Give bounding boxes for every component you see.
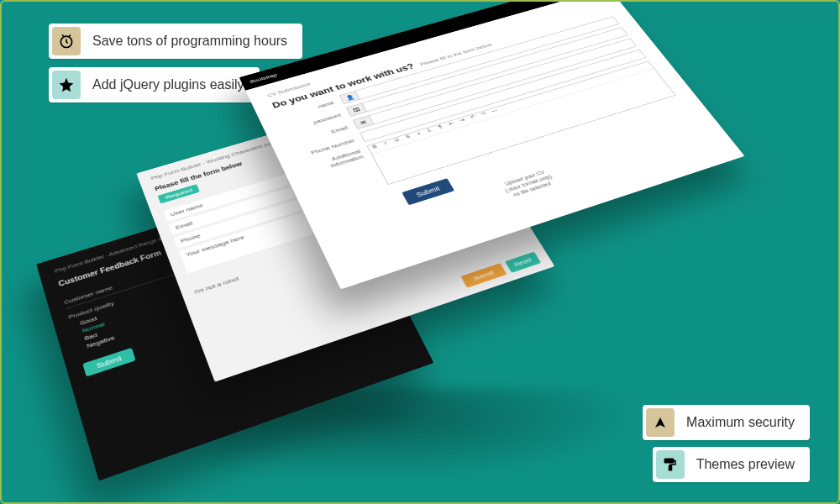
- reset-button[interactable]: Reset: [505, 252, 541, 273]
- callout-jquery-plugins: Add jQuery plugins easily: [49, 67, 260, 102]
- submit-button[interactable]: Submit: [82, 348, 135, 377]
- clock-icon: [52, 27, 81, 55]
- callout-label: Add jQuery plugins easily: [92, 77, 244, 92]
- star-icon: [52, 71, 81, 99]
- submit-button[interactable]: Submit: [460, 263, 507, 287]
- callout-save-hours: Save tons of programming hours: [49, 24, 302, 59]
- callout-label: Save tons of programming hours: [92, 34, 287, 49]
- recaptcha-label[interactable]: I'm not a robot: [193, 275, 239, 295]
- preview-stage: Php Form Builder - Advanced Range & Sele…: [119, 111, 724, 472]
